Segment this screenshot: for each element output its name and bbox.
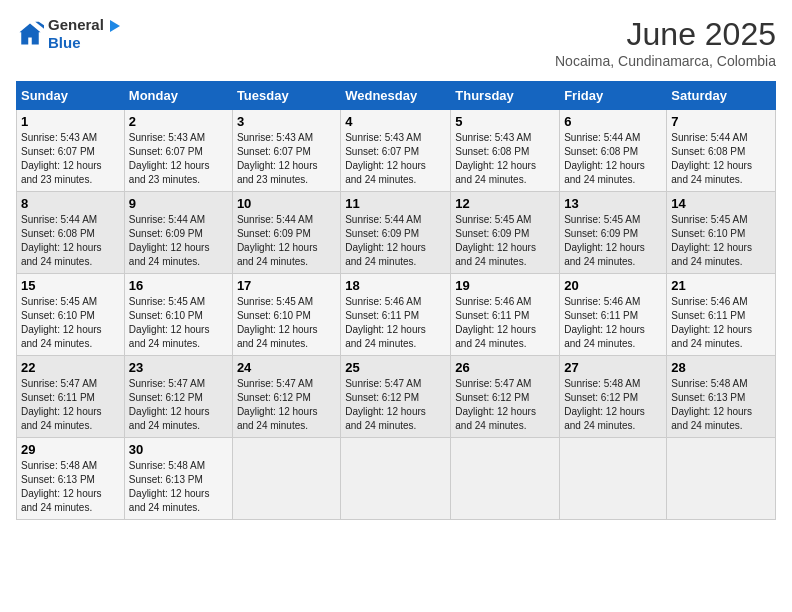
day-number: 12 (455, 196, 555, 211)
col-monday: Monday (124, 82, 232, 110)
day-number: 7 (671, 114, 771, 129)
calendar-cell: 2Sunrise: 5:43 AMSunset: 6:07 PMDaylight… (124, 110, 232, 192)
day-number: 15 (21, 278, 120, 293)
calendar-cell: 25Sunrise: 5:47 AMSunset: 6:12 PMDayligh… (341, 356, 451, 438)
calendar-cell: 9Sunrise: 5:44 AMSunset: 6:09 PMDaylight… (124, 192, 232, 274)
day-info: Sunrise: 5:46 AMSunset: 6:11 PMDaylight:… (345, 296, 426, 349)
day-info: Sunrise: 5:47 AMSunset: 6:12 PMDaylight:… (237, 378, 318, 431)
logo: GeneralBlue (16, 16, 122, 52)
calendar-cell (667, 438, 776, 520)
calendar-table: Sunday Monday Tuesday Wednesday Thursday… (16, 81, 776, 520)
calendar-row-5: 29Sunrise: 5:48 AMSunset: 6:13 PMDayligh… (17, 438, 776, 520)
day-info: Sunrise: 5:44 AMSunset: 6:09 PMDaylight:… (129, 214, 210, 267)
calendar-cell: 21Sunrise: 5:46 AMSunset: 6:11 PMDayligh… (667, 274, 776, 356)
day-number: 23 (129, 360, 228, 375)
calendar-cell: 19Sunrise: 5:46 AMSunset: 6:11 PMDayligh… (451, 274, 560, 356)
calendar-cell: 12Sunrise: 5:45 AMSunset: 6:09 PMDayligh… (451, 192, 560, 274)
day-number: 29 (21, 442, 120, 457)
day-info: Sunrise: 5:43 AMSunset: 6:07 PMDaylight:… (21, 132, 102, 185)
day-info: Sunrise: 5:43 AMSunset: 6:07 PMDaylight:… (345, 132, 426, 185)
calendar-row-1: 1Sunrise: 5:43 AMSunset: 6:07 PMDaylight… (17, 110, 776, 192)
day-info: Sunrise: 5:44 AMSunset: 6:09 PMDaylight:… (345, 214, 426, 267)
calendar-cell (232, 438, 340, 520)
calendar-cell: 7Sunrise: 5:44 AMSunset: 6:08 PMDaylight… (667, 110, 776, 192)
day-info: Sunrise: 5:48 AMSunset: 6:13 PMDaylight:… (129, 460, 210, 513)
day-number: 8 (21, 196, 120, 211)
logo-text: GeneralBlue (48, 16, 122, 52)
day-number: 10 (237, 196, 336, 211)
day-number: 18 (345, 278, 446, 293)
day-info: Sunrise: 5:45 AMSunset: 6:09 PMDaylight:… (564, 214, 645, 267)
calendar-cell: 6Sunrise: 5:44 AMSunset: 6:08 PMDaylight… (560, 110, 667, 192)
calendar-cell: 11Sunrise: 5:44 AMSunset: 6:09 PMDayligh… (341, 192, 451, 274)
day-number: 17 (237, 278, 336, 293)
day-info: Sunrise: 5:45 AMSunset: 6:10 PMDaylight:… (21, 296, 102, 349)
day-number: 5 (455, 114, 555, 129)
day-info: Sunrise: 5:46 AMSunset: 6:11 PMDaylight:… (455, 296, 536, 349)
calendar-cell (560, 438, 667, 520)
day-number: 21 (671, 278, 771, 293)
col-tuesday: Tuesday (232, 82, 340, 110)
calendar-cell: 27Sunrise: 5:48 AMSunset: 6:12 PMDayligh… (560, 356, 667, 438)
calendar-cell: 14Sunrise: 5:45 AMSunset: 6:10 PMDayligh… (667, 192, 776, 274)
calendar-cell: 17Sunrise: 5:45 AMSunset: 6:10 PMDayligh… (232, 274, 340, 356)
day-number: 6 (564, 114, 662, 129)
calendar-cell: 16Sunrise: 5:45 AMSunset: 6:10 PMDayligh… (124, 274, 232, 356)
day-number: 3 (237, 114, 336, 129)
day-number: 16 (129, 278, 228, 293)
calendar-cell (451, 438, 560, 520)
logo-arrow-icon (106, 18, 122, 34)
calendar-row-4: 22Sunrise: 5:47 AMSunset: 6:11 PMDayligh… (17, 356, 776, 438)
title-section: June 2025 Nocaima, Cundinamarca, Colombi… (555, 16, 776, 69)
col-thursday: Thursday (451, 82, 560, 110)
calendar-cell: 18Sunrise: 5:46 AMSunset: 6:11 PMDayligh… (341, 274, 451, 356)
calendar-cell: 10Sunrise: 5:44 AMSunset: 6:09 PMDayligh… (232, 192, 340, 274)
col-sunday: Sunday (17, 82, 125, 110)
day-number: 28 (671, 360, 771, 375)
day-info: Sunrise: 5:45 AMSunset: 6:10 PMDaylight:… (129, 296, 210, 349)
day-info: Sunrise: 5:44 AMSunset: 6:08 PMDaylight:… (564, 132, 645, 185)
day-info: Sunrise: 5:47 AMSunset: 6:11 PMDaylight:… (21, 378, 102, 431)
day-info: Sunrise: 5:44 AMSunset: 6:09 PMDaylight:… (237, 214, 318, 267)
day-info: Sunrise: 5:48 AMSunset: 6:13 PMDaylight:… (21, 460, 102, 513)
day-number: 9 (129, 196, 228, 211)
day-number: 1 (21, 114, 120, 129)
page-header: GeneralBlue June 2025 Nocaima, Cundinama… (16, 16, 776, 69)
calendar-cell: 24Sunrise: 5:47 AMSunset: 6:12 PMDayligh… (232, 356, 340, 438)
calendar-cell: 28Sunrise: 5:48 AMSunset: 6:13 PMDayligh… (667, 356, 776, 438)
day-info: Sunrise: 5:48 AMSunset: 6:12 PMDaylight:… (564, 378, 645, 431)
day-info: Sunrise: 5:44 AMSunset: 6:08 PMDaylight:… (671, 132, 752, 185)
col-saturday: Saturday (667, 82, 776, 110)
day-info: Sunrise: 5:46 AMSunset: 6:11 PMDaylight:… (564, 296, 645, 349)
calendar-cell: 5Sunrise: 5:43 AMSunset: 6:08 PMDaylight… (451, 110, 560, 192)
calendar-cell: 29Sunrise: 5:48 AMSunset: 6:13 PMDayligh… (17, 438, 125, 520)
day-number: 27 (564, 360, 662, 375)
logo-icon (16, 20, 44, 48)
calendar-cell (341, 438, 451, 520)
day-info: Sunrise: 5:43 AMSunset: 6:08 PMDaylight:… (455, 132, 536, 185)
day-number: 4 (345, 114, 446, 129)
header-row: Sunday Monday Tuesday Wednesday Thursday… (17, 82, 776, 110)
calendar-cell: 1Sunrise: 5:43 AMSunset: 6:07 PMDaylight… (17, 110, 125, 192)
day-number: 30 (129, 442, 228, 457)
calendar-cell: 3Sunrise: 5:43 AMSunset: 6:07 PMDaylight… (232, 110, 340, 192)
day-number: 25 (345, 360, 446, 375)
day-info: Sunrise: 5:48 AMSunset: 6:13 PMDaylight:… (671, 378, 752, 431)
calendar-row-2: 8Sunrise: 5:44 AMSunset: 6:08 PMDaylight… (17, 192, 776, 274)
day-info: Sunrise: 5:47 AMSunset: 6:12 PMDaylight:… (455, 378, 536, 431)
day-info: Sunrise: 5:46 AMSunset: 6:11 PMDaylight:… (671, 296, 752, 349)
calendar-cell: 22Sunrise: 5:47 AMSunset: 6:11 PMDayligh… (17, 356, 125, 438)
day-number: 2 (129, 114, 228, 129)
day-number: 24 (237, 360, 336, 375)
calendar-cell: 4Sunrise: 5:43 AMSunset: 6:07 PMDaylight… (341, 110, 451, 192)
day-number: 22 (21, 360, 120, 375)
calendar-cell: 20Sunrise: 5:46 AMSunset: 6:11 PMDayligh… (560, 274, 667, 356)
day-number: 20 (564, 278, 662, 293)
col-friday: Friday (560, 82, 667, 110)
svg-marker-3 (110, 20, 120, 32)
day-number: 13 (564, 196, 662, 211)
day-info: Sunrise: 5:47 AMSunset: 6:12 PMDaylight:… (345, 378, 426, 431)
calendar-cell: 13Sunrise: 5:45 AMSunset: 6:09 PMDayligh… (560, 192, 667, 274)
day-info: Sunrise: 5:43 AMSunset: 6:07 PMDaylight:… (129, 132, 210, 185)
day-number: 14 (671, 196, 771, 211)
